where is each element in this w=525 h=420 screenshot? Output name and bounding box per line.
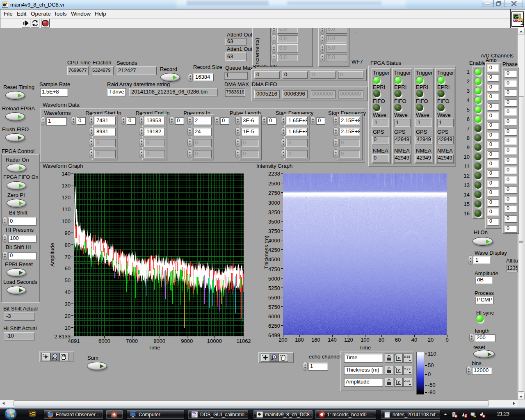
- svg-text:X: X: [397, 356, 400, 360]
- svg-text:Y: Y: [397, 368, 400, 372]
- svg-text:Z: Z: [397, 380, 400, 384]
- svg-text:Y.YY: Y.YY: [404, 367, 411, 371]
- svg-text:8.88: 8.88: [404, 355, 410, 358]
- svg-text:2.22: 2.22: [404, 379, 410, 383]
